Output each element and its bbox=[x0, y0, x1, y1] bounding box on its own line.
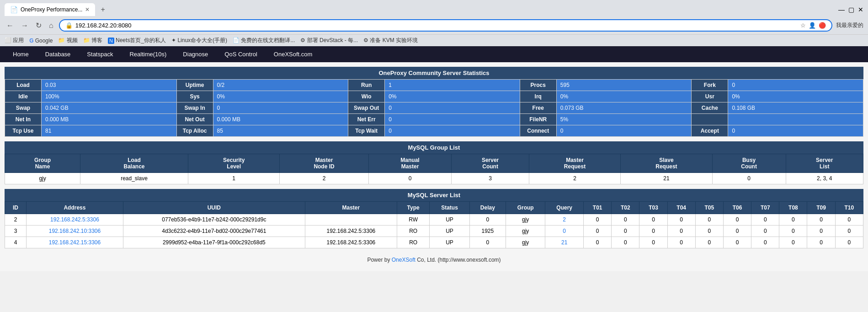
group-masterreq-gjy: 2 bbox=[529, 173, 620, 184]
new-tab-button[interactable]: + bbox=[95, 3, 110, 16]
server-id-2: 2 bbox=[5, 214, 27, 226]
bookmark-neets[interactable]: N Neets首页_你的私人 bbox=[108, 37, 166, 44]
address-bar[interactable]: 🔒 192.168.242.20:8080 ☆ 👤 🔴 bbox=[59, 19, 832, 32]
nav-onexsoft[interactable]: OneXSoft.com bbox=[266, 46, 321, 62]
stats-row-2: Idle 100% Sys 0% Wio 0% Irq 0% Usr 0% bbox=[5, 91, 863, 102]
col-t01: T01 bbox=[584, 202, 612, 214]
server-uuid-2: 077eb536-e4b9-11e7-b242-000c29291d9c bbox=[123, 214, 305, 226]
footer-link[interactable]: OneXSoft bbox=[392, 257, 415, 263]
server-query-2[interactable]: 2 bbox=[545, 214, 584, 226]
server-t02-2: 0 bbox=[612, 214, 639, 226]
fork-label: Fork bbox=[692, 80, 728, 91]
nav-diagnose[interactable]: Diagnose bbox=[175, 46, 216, 62]
window-close-button[interactable]: ✕ bbox=[858, 6, 863, 13]
swapin-value: 0 bbox=[213, 102, 348, 114]
group-manualmaster-gjy: 0 bbox=[368, 173, 452, 184]
window-maximize-button[interactable]: ▢ bbox=[848, 6, 854, 13]
user-icon[interactable]: 👤 bbox=[809, 22, 816, 29]
group-list-table: GroupName LoadBalance SecurityLevel Mast… bbox=[5, 154, 863, 184]
group-list-title: MySQL Group List bbox=[5, 141, 863, 154]
server-t07-2: 0 bbox=[751, 214, 779, 226]
group-lb-gjy: read_slave bbox=[80, 173, 188, 184]
server-t01-2: 0 bbox=[584, 214, 612, 226]
group-name-gjy: gjy bbox=[5, 173, 80, 184]
bookmark-linux[interactable]: ✦ Linux命令大全(手册) bbox=[171, 37, 227, 44]
bookmark-translate[interactable]: 📄 免费的在线文档翻译... bbox=[233, 37, 295, 44]
server-t06-2: 0 bbox=[723, 214, 751, 226]
nav-qos[interactable]: QoS Control bbox=[216, 46, 266, 62]
server-status-4: UP bbox=[430, 237, 469, 248]
swap-label: Swap bbox=[5, 102, 42, 114]
run-value: 1 bbox=[385, 80, 520, 91]
tcpwait-label: Tcp Wait bbox=[348, 125, 385, 137]
group-masternode-gjy: 2 bbox=[280, 173, 368, 184]
bookmark-devstack[interactable]: ⚙ 部署 DevStack - 每... bbox=[300, 37, 358, 44]
server-address-3[interactable]: 192.168.242.10:3306 bbox=[27, 226, 123, 237]
col-master: Master bbox=[305, 202, 397, 214]
server-list-header-row: ID Address UUID Master Type Status Delay… bbox=[5, 202, 863, 214]
nav-home[interactable]: Home bbox=[5, 46, 37, 62]
col-master-node-id: MasterNode ID bbox=[280, 154, 368, 173]
reload-button[interactable]: ↻ bbox=[34, 20, 43, 31]
bookmark-google[interactable]: G Google bbox=[29, 38, 53, 44]
server-t08-3: 0 bbox=[779, 226, 807, 237]
group-row-gjy: gjy read_slave 1 2 0 3 2 21 0 2, 3, 4 bbox=[5, 173, 863, 184]
server-address-4[interactable]: 192.168.242.15:3306 bbox=[27, 237, 123, 248]
procs-value: 595 bbox=[556, 80, 692, 91]
home-button[interactable]: ⌂ bbox=[47, 21, 55, 31]
empty-label bbox=[692, 114, 728, 125]
nav-database[interactable]: Database bbox=[37, 46, 79, 62]
star-icon[interactable]: ☆ bbox=[800, 22, 806, 29]
server-t02-3: 0 bbox=[612, 226, 639, 237]
server-master-2 bbox=[305, 214, 397, 226]
tcpwait-value: 0 bbox=[385, 125, 520, 137]
server-group-3: gjy bbox=[506, 226, 545, 237]
window-minimize-button[interactable]: — bbox=[838, 6, 845, 13]
bookmark-video[interactable]: 📁 视频 bbox=[58, 37, 77, 44]
profile-icon[interactable]: 🔴 bbox=[819, 22, 826, 29]
connect-label: Connect bbox=[520, 125, 556, 137]
idle-value: 100% bbox=[42, 91, 177, 102]
server-query-4[interactable]: 21 bbox=[545, 237, 584, 248]
nav-realtime[interactable]: Realtime(10s) bbox=[121, 46, 175, 62]
server-delay-4: 0 bbox=[469, 237, 506, 248]
server-address-2[interactable]: 192.168.242.5:3306 bbox=[27, 214, 123, 226]
back-button[interactable]: ← bbox=[5, 21, 16, 31]
server-id-4: 4 bbox=[5, 237, 27, 248]
sys-label: Sys bbox=[176, 91, 213, 102]
nav-statspack[interactable]: Statspack bbox=[79, 46, 121, 62]
col-server-list: ServerList bbox=[786, 154, 863, 173]
active-tab[interactable]: 📄 OneProxy Performance... ✕ bbox=[5, 3, 95, 16]
col-group-name: GroupName bbox=[5, 154, 80, 173]
bookmark-apps[interactable]: ⬜ 应用 bbox=[5, 37, 24, 44]
server-t03-3: 0 bbox=[639, 226, 667, 237]
forward-button[interactable]: → bbox=[19, 21, 30, 31]
bookmark-kvm[interactable]: ⚙ 准备 KVM 实验环境 bbox=[363, 37, 418, 44]
server-t10-2: 0 bbox=[835, 214, 863, 226]
server-row-3: 3 192.168.242.10:3306 4d3c6232-e4b9-11e7… bbox=[5, 226, 863, 237]
server-group-2: gjy bbox=[506, 214, 545, 226]
server-t07-4: 0 bbox=[751, 237, 779, 248]
server-group-4: gjy bbox=[506, 237, 545, 248]
swapout-value: 0 bbox=[385, 102, 520, 114]
server-t10-4: 0 bbox=[835, 237, 863, 248]
wio-label: Wio bbox=[348, 91, 385, 102]
netout-value: 0.000 MB bbox=[213, 114, 348, 125]
bookmarks-bar: ⬜ 应用 G Google 📁 视频 📁 博客 N Neets首页_你的私人 ✦… bbox=[0, 34, 868, 46]
col-uuid: UUID bbox=[123, 202, 305, 214]
group-security-gjy: 1 bbox=[188, 173, 279, 184]
server-t01-3: 0 bbox=[584, 226, 612, 237]
col-t03: T03 bbox=[639, 202, 667, 214]
footer-text-before: Power by bbox=[367, 257, 391, 263]
server-query-3[interactable]: 0 bbox=[545, 226, 584, 237]
col-master-request: MasterRequest bbox=[529, 154, 620, 173]
tab-close-button[interactable]: ✕ bbox=[85, 6, 90, 13]
server-stats-table: Load 0.03 Uptime 0/2 Run 1 Procs 595 For… bbox=[5, 79, 863, 137]
server-t06-4: 0 bbox=[723, 237, 751, 248]
bookmark-blog[interactable]: 📁 博客 bbox=[83, 37, 102, 44]
col-t05: T05 bbox=[695, 202, 723, 214]
cache-value: 0.108 GB bbox=[728, 102, 863, 114]
stats-row-5: Tcp Use 81 Tcp Alloc 85 Tcp Wait 0 Conne… bbox=[5, 125, 863, 137]
netin-label: Net In bbox=[5, 114, 42, 125]
irq-value: 0% bbox=[556, 91, 692, 102]
